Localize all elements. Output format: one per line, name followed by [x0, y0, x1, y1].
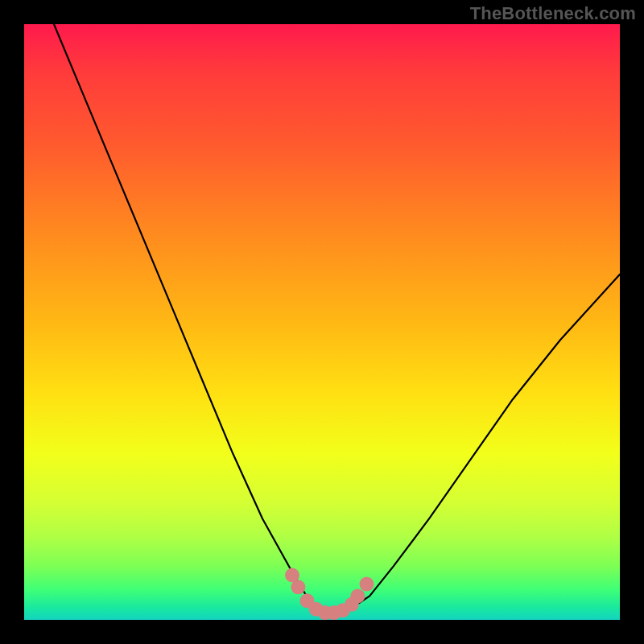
curve-svg: [24, 24, 620, 620]
plot-area: [24, 24, 620, 620]
marker-point: [327, 605, 341, 620]
marker-point: [350, 588, 365, 603]
marker-point: [309, 602, 324, 617]
marker-point: [345, 597, 359, 612]
bottleneck-curve: [54, 24, 620, 614]
marker-point: [291, 580, 305, 594]
marker-point: [300, 593, 315, 608]
marker-point: [360, 577, 374, 592]
chart-frame: TheBottleneck.com: [0, 0, 644, 644]
highlighted-points: [285, 568, 374, 621]
marker-point: [336, 603, 350, 617]
marker-point: [285, 568, 299, 583]
marker-point: [318, 605, 332, 620]
watermark-label: TheBottleneck.com: [470, 3, 636, 24]
